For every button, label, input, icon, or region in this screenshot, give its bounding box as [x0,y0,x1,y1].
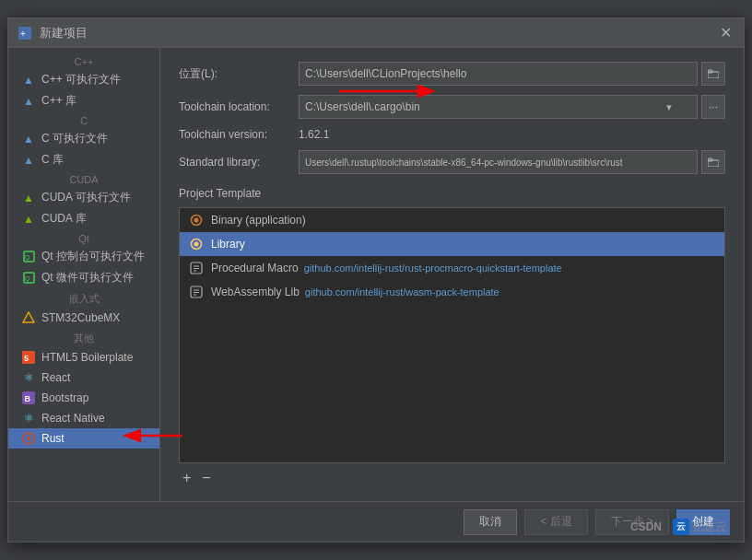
react-label: React [41,371,70,384]
svg-text:5: 5 [24,354,29,363]
html5-label: HTML5 Boilerplate [41,351,133,364]
toolchain-dropdown-wrap: C:\Users\dell\.cargo\bin ▼ [299,95,698,119]
toolchain-label: Toolchain location: [179,100,299,113]
toolchain-input-wrap: C:\Users\dell\.cargo\bin ▼ ··· [299,95,725,119]
section-cuda: CUDA [8,170,159,187]
stm-label: STM32CubeMX [41,311,120,324]
template-actions: + − [179,469,725,487]
section-other: 其他 [8,328,159,347]
template-section-title: Project Template [179,187,725,200]
c-lib-icon: ▲ [21,153,36,168]
std-library-row: Standard library: Users\dell\.rustup\too… [179,150,725,174]
cpp-lib-icon: ▲ [21,94,36,109]
section-c: C [8,111,159,128]
std-library-browse-button[interactable] [701,150,725,174]
section-qt: Qt [8,229,159,246]
toolchain-dots-button[interactable]: ··· [701,95,725,119]
svg-point-18 [194,218,199,223]
sidebar-item-c-lib[interactable]: ▲ C 库 [8,149,159,170]
template-item-library[interactable]: Library [180,232,724,256]
library-label: Library [211,238,245,251]
location-row: 位置(L): [179,62,725,86]
html5-icon: 5 [21,350,36,365]
dialog-icon: + [18,26,32,41]
sidebar-item-bootstrap[interactable]: B Bootstrap [8,388,159,408]
template-item-wasm[interactable]: WebAssembly Lib github.com/intellij-rust… [180,280,724,304]
svg-text:+: + [20,29,26,39]
location-input[interactable] [299,62,698,86]
location-input-wrap [299,62,725,86]
svg-point-20 [194,242,199,247]
sidebar-item-c-exe[interactable]: ▲ C 可执行文件 [8,128,159,149]
template-item-binary[interactable]: Binary (application) [180,208,724,232]
yls-text: 亿速云 [693,519,726,535]
reactnative-icon: ⚛ [21,411,36,426]
title-bar: + 新建项目 ✕ [8,18,744,48]
svg-point-12 [27,437,30,440]
library-icon [189,237,204,251]
cpp-exe-label: C++ 可执行文件 [41,72,121,88]
c-exe-label: C 可执行文件 [41,131,108,146]
toolchain-version-row: Toolchain version: 1.62.1 [179,128,725,141]
rust-icon [21,431,36,446]
main-panel: 位置(L): Toolchain location: C:\U [160,48,744,501]
wasm-icon [189,285,204,299]
procmacro-icon [189,261,204,275]
section-cpp: C++ [8,52,159,69]
location-label: 位置(L): [179,66,299,82]
qt-console-icon: Q [21,250,36,264]
qt-widget-label: Qt 微件可执行文件 [41,270,134,286]
sidebar-item-cuda-exe[interactable]: ▲ CUDA 可执行文件 [8,187,159,208]
svg-text:Q: Q [25,254,30,262]
svg-text:B: B [25,394,31,403]
svg-text:Q: Q [25,275,30,283]
template-item-procmacro[interactable]: Procedural Macro github.com/intellij-rus… [180,256,724,280]
sidebar-item-stm[interactable]: STM32CubeMX [8,308,159,328]
remove-template-button[interactable]: − [198,469,214,487]
rust-label: Rust [41,432,65,445]
toolchain-version-value: 1.62.1 [299,128,725,141]
bootstrap-label: Bootstrap [41,391,88,404]
cuda-exe-icon: ▲ [21,191,36,205]
c-lib-label: C 库 [41,152,64,168]
wasm-label: WebAssembly Lib [211,286,300,298]
sidebar-item-reactnative[interactable]: ⚛ React Native [8,408,159,428]
close-button[interactable]: ✕ [716,24,734,42]
toolchain-dropdown[interactable]: C:\Users\dell\.cargo\bin [299,95,698,119]
sidebar-item-react[interactable]: ⚛ React [8,368,159,388]
std-library-path: Users\dell\.rustup\toolchains\stable-x86… [299,150,698,174]
svg-marker-6 [23,312,34,322]
stm-icon [21,310,36,325]
back-button[interactable]: < 后退 [524,509,587,535]
reactnative-label: React Native [41,412,105,425]
csdn-text: CSDN [630,520,662,533]
cuda-exe-label: CUDA 可执行文件 [41,190,131,205]
binary-label: Binary (application) [211,214,306,227]
wasm-link: github.com/intellij-rust/wasm-pack-templ… [305,286,499,298]
toolchain-location-row: Toolchain location: C:\Users\dell\.cargo… [179,95,725,119]
sidebar-item-cpp-lib[interactable]: ▲ C++ 库 [8,90,159,111]
cpp-exe-icon: ▲ [21,73,36,88]
cpp-lib-label: C++ 库 [41,93,76,109]
location-browse-button[interactable] [701,62,725,86]
add-template-button[interactable]: + [179,469,194,487]
section-embedded: 嵌入式 [8,288,159,308]
std-library-input-wrap: Users\dell\.rustup\toolchains\stable-x86… [299,150,725,174]
cuda-lib-label: CUDA 库 [41,211,87,227]
sidebar-item-qt-widget[interactable]: Q Qt 微件可执行文件 [8,267,159,288]
sidebar-item-cuda-lib[interactable]: ▲ CUDA 库 [8,208,159,229]
template-list: Binary (application) Library [179,207,725,463]
sidebar-item-rust[interactable]: Rust [8,428,159,449]
react-icon: ⚛ [21,370,36,385]
yls-watermark: 云 亿速云 [673,519,726,535]
std-library-label: Standard library: [179,156,299,169]
cuda-lib-icon: ▲ [21,212,36,227]
dialog-title: 新建项目 [40,25,716,41]
cancel-button[interactable]: 取消 [464,509,517,535]
sidebar: C++ ▲ C++ 可执行文件 ▲ C++ 库 C ▲ C 可执行文件 ▲ C [8,48,160,501]
sidebar-item-qt-console[interactable]: Q Qt 控制台可执行文件 [8,246,159,267]
sidebar-item-cpp-exe[interactable]: ▲ C++ 可执行文件 [8,69,159,90]
procmacro-label: Procedural Macro [211,262,299,274]
sidebar-item-html5[interactable]: 5 HTML5 Boilerplate [8,347,159,368]
procmacro-link: github.com/intellij-rust/rust-procmacro-… [304,262,562,274]
